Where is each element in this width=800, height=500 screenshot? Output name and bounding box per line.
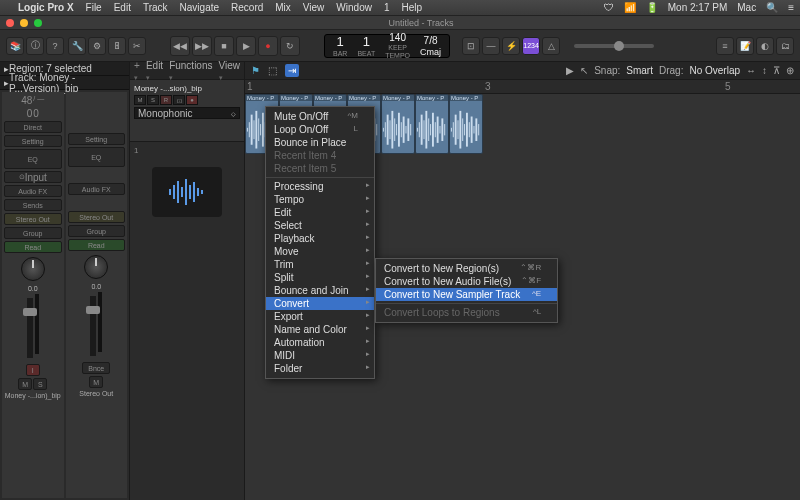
group-slot[interactable]: Group	[4, 227, 62, 239]
ctx-midi[interactable]: MIDI	[266, 349, 374, 362]
menu-navigate[interactable]: Navigate	[180, 2, 219, 13]
menu-file[interactable]: File	[86, 2, 102, 13]
setting-slot[interactable]: Setting	[4, 135, 62, 147]
ctx-mute[interactable]: Mute On/Off^M	[266, 110, 374, 123]
ctx-split[interactable]: Split	[266, 271, 374, 284]
ctx-playback[interactable]: Playback	[266, 232, 374, 245]
audio-region[interactable]: Money - P	[415, 94, 449, 154]
audiofx-slot-out[interactable]: Audio FX	[68, 183, 126, 195]
zoom-tool-icon[interactable]: ⊕	[786, 65, 794, 76]
output-slot[interactable]: Stereo Out	[4, 213, 62, 225]
solo-button[interactable]: S	[33, 378, 47, 390]
ctx-select[interactable]: Select	[266, 219, 374, 232]
convert-new-sampler-track[interactable]: Convert to New Sampler Track^E	[376, 288, 557, 301]
ctx-trim[interactable]: Trim	[266, 258, 374, 271]
track-solo[interactable]: S	[147, 95, 159, 105]
menu-1[interactable]: 1	[384, 2, 390, 13]
convert-new-audio[interactable]: Convert to New Audio File(s)⌃⌘F	[376, 275, 557, 288]
ctx-convert[interactable]: Convert	[266, 297, 374, 310]
audiofx-slot[interactable]: Audio FX	[4, 185, 62, 197]
automation-mode[interactable]: Read	[4, 241, 62, 253]
eq-slot-out[interactable]: EQ	[68, 147, 126, 167]
library-button[interactable]: 📚	[6, 37, 24, 55]
cycle-button[interactable]: ↻	[280, 36, 300, 56]
track-mute[interactable]: M	[134, 95, 146, 105]
convert-new-regions[interactable]: Convert to New Region(s)⌃⌘R	[376, 262, 557, 275]
ctx-tempo[interactable]: Tempo	[266, 193, 374, 206]
eq-slot[interactable]: EQ	[4, 149, 62, 169]
shield-icon[interactable]: 🛡	[604, 2, 614, 13]
ctx-bounce-join[interactable]: Bounce and Join	[266, 284, 374, 297]
edit-menu[interactable]: Edit	[146, 60, 163, 82]
menu-edit[interactable]: Edit	[114, 2, 131, 13]
user-menu[interactable]: Mac	[737, 2, 756, 13]
pan-knob[interactable]	[21, 257, 45, 281]
lowlatency-button[interactable]: ⚡	[502, 37, 520, 55]
menu-help[interactable]: Help	[401, 2, 422, 13]
app-menu[interactable]: Logic Pro X	[18, 2, 74, 13]
arrange-area[interactable]: ⚑ ⬚ ⇥ ▶ ↖ Snap: Smart Drag: No Overlap ↔…	[245, 62, 800, 500]
spotlight-icon[interactable]: 🔍	[766, 2, 778, 13]
bar-ruler[interactable]: 1 3 5	[245, 80, 800, 94]
pointer-tool[interactable]: ▶	[566, 65, 574, 76]
rewind-button[interactable]: ◀◀	[170, 36, 190, 56]
output-slot-out[interactable]: Stereo Out	[68, 211, 126, 223]
minimize-window[interactable]	[20, 19, 28, 27]
input-monitor-button[interactable]: I	[26, 364, 40, 376]
volume-fader[interactable]	[27, 298, 33, 358]
flex-button[interactable]: ⚑	[251, 65, 260, 76]
clock[interactable]: Mon 2:17 PM	[668, 2, 727, 13]
browser-button[interactable]: 🗂	[776, 37, 794, 55]
ctx-automation[interactable]: Automation	[266, 336, 374, 349]
ctx-export[interactable]: Export	[266, 310, 374, 323]
track-icon[interactable]	[152, 167, 222, 217]
automation-mode-out[interactable]: Read	[68, 239, 126, 251]
menu-mix[interactable]: Mix	[275, 2, 291, 13]
master-volume-slider[interactable]	[574, 44, 654, 48]
zoom-vertical-icon[interactable]: ↕	[762, 65, 767, 76]
track-rec[interactable]: R	[160, 95, 172, 105]
group-slot-out[interactable]: Group	[68, 225, 126, 237]
smart-controls-button[interactable]: ⚙	[88, 37, 106, 55]
zoom-window[interactable]	[34, 19, 42, 27]
mute-button-out[interactable]: M	[89, 376, 103, 388]
menu-track[interactable]: Track	[143, 2, 168, 13]
functions-menu[interactable]: Functions	[169, 60, 212, 82]
inspector-button[interactable]: ⓘ	[26, 37, 44, 55]
track-header[interactable]: Money -...sion)_bip M S R ⊡ ● Monophonic…	[130, 80, 244, 142]
direct-button[interactable]: Direct	[4, 121, 62, 133]
close-window[interactable]	[6, 19, 14, 27]
automation-button[interactable]: ⬚	[268, 65, 277, 76]
setting-slot-out[interactable]: Setting	[68, 133, 126, 145]
play-button[interactable]: ▶	[236, 36, 256, 56]
audio-region[interactable]: Money - P	[381, 94, 415, 154]
ctx-processing[interactable]: Processing	[266, 180, 374, 193]
pan-knob-out[interactable]	[84, 255, 108, 279]
volume-fader-out[interactable]	[90, 296, 96, 356]
toolbar-button[interactable]: 🔧	[68, 37, 86, 55]
drag-select[interactable]: No Overlap	[689, 65, 740, 76]
menu-record[interactable]: Record	[231, 2, 263, 13]
battery-icon[interactable]: 🔋	[646, 2, 658, 13]
track-input-monitor[interactable]: ⊡	[173, 95, 185, 105]
stop-button[interactable]: ■	[214, 36, 234, 56]
ctx-name-color[interactable]: Name and Color	[266, 323, 374, 336]
ctx-move[interactable]: Move	[266, 245, 374, 258]
notification-icon[interactable]: ≡	[788, 2, 794, 13]
track-freeze[interactable]: ●	[186, 95, 198, 105]
ctx-edit[interactable]: Edit	[266, 206, 374, 219]
audio-region[interactable]: Money - P	[449, 94, 483, 154]
ctx-loop[interactable]: Loop On/OffL	[266, 123, 374, 136]
notes-button[interactable]: 📝	[736, 37, 754, 55]
mixer-button[interactable]: 🎚	[108, 37, 126, 55]
forward-button[interactable]: ▶▶	[192, 36, 212, 56]
flex-mode-select[interactable]: Monophonic◇	[134, 107, 240, 119]
input-slot[interactable]: ⊙ Input	[4, 171, 62, 183]
record-button[interactable]: ●	[258, 36, 278, 56]
view-menu[interactable]: View	[219, 60, 241, 82]
catch-button[interactable]: ⇥	[285, 64, 299, 77]
loops-button[interactable]: ◐	[756, 37, 774, 55]
menu-view[interactable]: View	[303, 2, 325, 13]
track-inspector-header[interactable]: ▸ Track: Money - P...Version)_bip	[0, 76, 129, 90]
wifi-icon[interactable]: 📶	[624, 2, 636, 13]
